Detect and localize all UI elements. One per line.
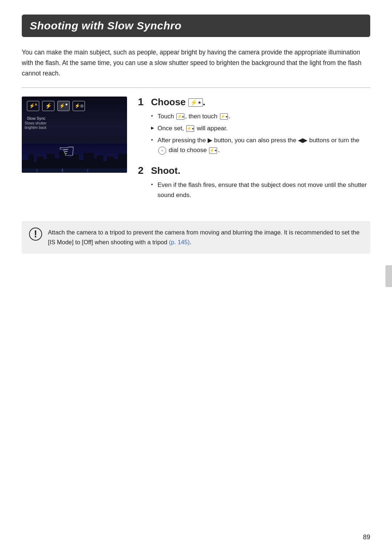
step-1-bullet-1: Touch ⚡A, then touch ⚡★. xyxy=(151,111,370,121)
brighten-label: brighten back xyxy=(25,126,46,130)
step-2-number: 2 xyxy=(138,165,146,202)
step-1-number: 1 xyxy=(138,97,146,158)
flash-on-icon: ⚡ xyxy=(42,101,54,111)
step-1-bullet-2: Once set, ⚡★ will appear. xyxy=(151,123,370,133)
flash-redeye-icon: ⚡☉ xyxy=(73,101,85,111)
main-content: ⚡A ⚡ ⚡★ ⚡☉ Slow Sync xyxy=(22,97,370,210)
flash-auto-inline: ⚡A xyxy=(176,113,184,120)
instructions-panel: 1 Choose ⚡★. Touch ⚡A, then touch ⚡★. On… xyxy=(138,97,370,210)
page-title: Shooting with Slow Synchro xyxy=(30,20,362,32)
svg-rect-20 xyxy=(36,169,37,172)
image-panel: ⚡A ⚡ ⚡★ ⚡☉ Slow Sync xyxy=(22,97,127,210)
step-1-bullet-3: After pressing the ▶ button, you can als… xyxy=(151,135,370,155)
slows-label: Slows shutter xyxy=(25,121,46,125)
intro-paragraph: You can make the main subject, such as p… xyxy=(22,47,370,79)
step-1: 1 Choose ⚡★. Touch ⚡A, then touch ⚡★. On… xyxy=(138,97,370,158)
step-2-title: Shoot. xyxy=(151,165,370,176)
note-icon: ! xyxy=(29,228,42,241)
step-2: 2 Shoot. Even if the flash fires, ensure… xyxy=(138,165,370,202)
flash-slow-inline-3: ⚡★ xyxy=(209,147,217,154)
note-box: ! Attach the camera to a tripod to preve… xyxy=(22,221,370,254)
camera-screenshot: ⚡A ⚡ ⚡★ ⚡☉ Slow Sync xyxy=(22,97,127,173)
step-1-bullets: Touch ⚡A, then touch ⚡★. Once set, ⚡★ wi… xyxy=(151,111,370,155)
flash-icons-row: ⚡A ⚡ ⚡★ ⚡☉ xyxy=(22,97,127,114)
note-text: Attach the camera to a tripod to prevent… xyxy=(48,228,363,247)
slow-sync-symbol: ⚡★ xyxy=(188,98,203,107)
svg-rect-22 xyxy=(87,169,88,172)
flash-auto-icon: ⚡A xyxy=(27,101,39,111)
step-2-content: Shoot. Even if the flash fires, ensure t… xyxy=(151,165,370,202)
dial-icon: ○ xyxy=(158,147,166,155)
step-1-title-text: Choose xyxy=(151,97,185,107)
step-2-bullet-1: Even if the flash fires, ensure that the… xyxy=(151,180,370,200)
svg-rect-21 xyxy=(62,169,63,172)
step-2-bullets: Even if the flash fires, ensure that the… xyxy=(151,180,370,200)
flash-slow-inline-2: ⚡★ xyxy=(186,125,194,132)
flash-slow-inline: ⚡★ xyxy=(220,113,228,120)
svg-rect-19 xyxy=(22,168,127,173)
step-1-title: Choose ⚡★. xyxy=(151,97,370,108)
page-number: 89 xyxy=(363,533,370,541)
note-link[interactable]: (p. 145) xyxy=(169,239,190,245)
touch-hand-icon: ☞ xyxy=(58,140,75,162)
section-divider xyxy=(22,87,370,88)
slow-sync-label: Slow Sync xyxy=(27,116,45,120)
flash-slow-icon: ⚡★ xyxy=(57,101,70,111)
page-header: Shooting with Slow Synchro xyxy=(22,15,370,37)
page-tab xyxy=(385,265,392,287)
step-1-content: Choose ⚡★. Touch ⚡A, then touch ⚡★. Once… xyxy=(151,97,370,158)
